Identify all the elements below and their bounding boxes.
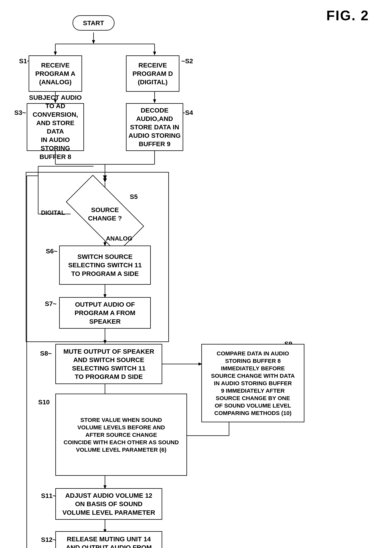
- s12-label: S12~: [41, 536, 56, 543]
- s1-text: RECEIVE PROGRAM A (ANALOG): [35, 61, 75, 86]
- s7-label: S7~: [45, 300, 56, 307]
- start-label: START: [83, 19, 104, 27]
- s1-box: RECEIVE PROGRAM A (ANALOG): [29, 55, 82, 92]
- s4-box: DECODE AUDIO,AND STORE DATA IN AUDIO STO…: [126, 103, 183, 151]
- s6-label: S6~: [46, 247, 57, 255]
- s10-label: S10: [38, 398, 50, 406]
- s9-text: COMPARE DATA IN AUDIO STORING BUFFER 8 I…: [211, 350, 295, 417]
- start-node: START: [72, 15, 114, 31]
- s12-text: RELEASE MUTING UNIT 14 AND OUTPUT AUDIO …: [66, 535, 152, 548]
- s7-text: OUTPUT AUDIO OF PROGRAM A FROM SPEAKER: [60, 300, 150, 326]
- s5-text: SOURCE CHANGE ?: [88, 206, 122, 222]
- s3-text: SUBJECT AUDIO TO AD CONVERSION, AND STOR…: [27, 93, 84, 161]
- s6-box: SWITCH SOURCE SELECTING SWITCH 11 TO PRO…: [59, 245, 151, 285]
- s11-label: S11~: [41, 492, 56, 499]
- s8-label: S8~: [40, 350, 52, 357]
- s2-label: ~S2: [181, 57, 193, 65]
- s2-box: RECEIVE PROGRAM D (DIGITAL): [126, 55, 179, 92]
- s7-box: OUTPUT AUDIO OF PROGRAM A FROM SPEAKER: [59, 297, 151, 329]
- s8-box: MUTE OUTPUT OF SPEAKER AND SWITCH SOURCE…: [55, 344, 162, 384]
- svg-marker-11: [153, 99, 156, 103]
- s4-text: DECODE AUDIO,AND STORE DATA IN AUDIO STO…: [126, 106, 183, 148]
- s9-box: COMPARE DATA IN AUDIO STORING BUFFER 8 I…: [201, 344, 304, 422]
- svg-marker-4: [54, 52, 57, 55]
- s3-label: S3~: [14, 109, 26, 116]
- s10-text: STORE VALUE WHEN SOUND VOLUME LEVELS BEF…: [63, 416, 179, 454]
- svg-marker-7: [153, 52, 156, 55]
- s11-text: ADJUST AUDIO VOLUME 12 ON BASIS OF SOUND…: [63, 491, 155, 517]
- figure-title: FIG. 2: [326, 8, 369, 23]
- s2-text: RECEIVE PROGRAM D (DIGITAL): [133, 61, 173, 86]
- s12-box: RELEASE MUTING UNIT 14 AND OUTPUT AUDIO …: [55, 531, 162, 548]
- s6-text: SWITCH SOURCE SELECTING SWITCH 11 TO PRO…: [68, 252, 142, 278]
- page: FIG. 2: [0, 0, 392, 548]
- s3-box: SUBJECT AUDIO TO AD CONVERSION, AND STOR…: [27, 103, 84, 151]
- svg-marker-1: [92, 40, 95, 44]
- s11-box: ADJUST AUDIO VOLUME 12 ON BASIS OF SOUND…: [55, 488, 162, 520]
- s8-text: MUTE OUTPUT OF SPEAKER AND SWITCH SOURCE…: [63, 347, 154, 381]
- s10-box: STORE VALUE WHEN SOUND VOLUME LEVELS BEF…: [55, 394, 187, 476]
